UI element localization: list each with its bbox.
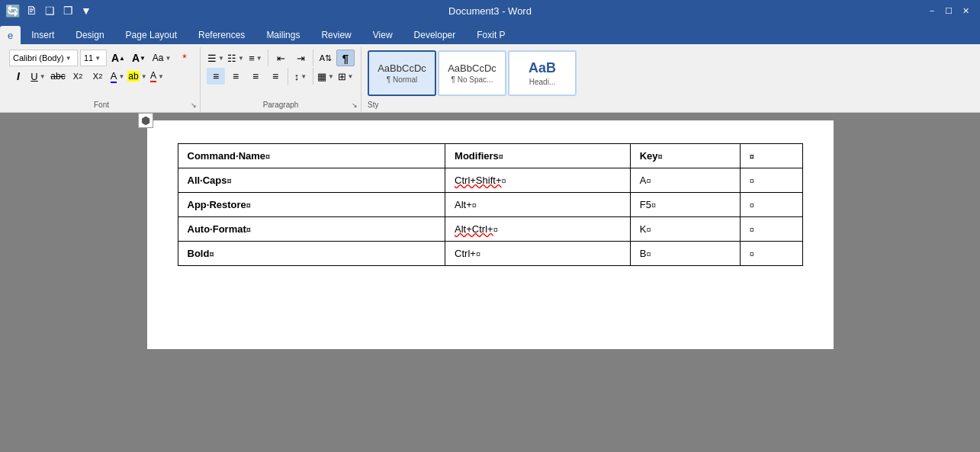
ribbon-content: Calibri (Body) ▼ 11 ▼ A▲ A▼ Aa▼ * I U▼ a… (0, 44, 980, 113)
numbering-btn[interactable]: ☷▼ (227, 50, 245, 66)
bullets-btn[interactable]: ☰▼ (207, 50, 225, 66)
font-color-btn[interactable]: A▼ (108, 68, 127, 85)
font-group-expand[interactable]: ↘ (191, 101, 197, 109)
table-row: Auto·Format¤ Alt+Ctrl+¤ K¤ ¤ (178, 217, 802, 242)
word-logo-icon: 🔄 (6, 4, 20, 18)
header-modifiers: Modifiers¤ (445, 144, 631, 168)
table-row: Bold¤ Ctrl+¤ B¤ ¤ (178, 242, 802, 266)
key-bold: B¤ (630, 242, 740, 266)
table-move-handle[interactable]: ⬢ (138, 113, 153, 128)
styles-group-label: Sty (368, 101, 977, 109)
document-area: ⬢ Command·Name¤ Modifiers¤ Key¤ ¤ All·Ca… (0, 113, 980, 452)
document-page: ⬢ Command·Name¤ Modifiers¤ Key¤ ¤ All·Ca… (147, 120, 834, 349)
justify-btn[interactable]: ≡ (266, 68, 284, 85)
font-size-arrow: ▼ (95, 55, 101, 62)
bold-btn[interactable]: I (9, 68, 27, 85)
show-hide-btn[interactable]: ¶ (336, 50, 355, 66)
table-row: App·Restore¤ Alt+¤ F5¤ ¤ (178, 193, 802, 217)
style-heading[interactable]: AaB Headi... (508, 50, 577, 96)
paragraph-controls: ☰▼ ☷▼ ≡▼ ⇤ ⇥ A⇅ ¶ ≡ ≡ ≡ ≡ (207, 50, 355, 85)
cmd-bold: Bold¤ (178, 242, 445, 266)
para-row2: ≡ ≡ ≡ ≡ ↕▼ ▦▼ ⊞▼ (207, 68, 355, 85)
sort-btn[interactable]: A⇅ (316, 50, 335, 66)
cmd-apprestore: App·Restore¤ (178, 193, 445, 217)
header-extra: ¤ (740, 144, 802, 168)
tab-pagelayout[interactable]: Page Layout (115, 26, 188, 44)
style-no-spacing[interactable]: AaBbCcDc ¶ No Spac... (438, 50, 506, 96)
increase-indent-btn[interactable]: ⇥ (291, 50, 310, 66)
font-group: Calibri (Body) ▼ 11 ▼ A▲ A▼ Aa▼ * I U▼ a… (3, 47, 201, 112)
para-row1: ☰▼ ☷▼ ≡▼ ⇤ ⇥ A⇅ ¶ (207, 50, 355, 66)
maximize-btn[interactable]: ☐ (940, 3, 957, 18)
paragraph-group: ☰▼ ☷▼ ≡▼ ⇤ ⇥ A⇅ ¶ ≡ ≡ ≡ ≡ (201, 47, 361, 112)
align-center-btn[interactable]: ≡ (227, 68, 245, 85)
save-icon[interactable]: 🖹 (24, 4, 38, 18)
style-normal-preview: AaBbCcDc (378, 63, 426, 75)
extra-autoformat: ¤ (740, 217, 802, 242)
shading-btn[interactable]: A▼ (148, 68, 166, 85)
font-group-label: Font (3, 101, 200, 109)
clear-formatting-btn[interactable]: * (175, 50, 194, 66)
table-header-row: Command·Name¤ Modifiers¤ Key¤ ¤ (178, 144, 802, 168)
mod-apprestore: Alt+¤ (445, 193, 631, 217)
tab-mailings[interactable]: Mailings (255, 26, 310, 44)
align-left-btn[interactable]: ≡ (207, 68, 225, 85)
quick-access-toolbar: 🔄 🖹 ❑ ❒ ▼ (6, 4, 93, 18)
line-spacing-btn[interactable]: ↕▼ (291, 68, 310, 85)
table-row: All·Caps¤ Ctrl+Shift+¤ A¤ ¤ (178, 168, 802, 193)
paragraph-group-expand[interactable]: ↘ (352, 101, 358, 109)
customize-qat-icon[interactable]: ▼ (79, 4, 93, 18)
style-heading-name: Headi... (529, 78, 555, 86)
extra-bold: ¤ (740, 242, 802, 266)
undo-icon[interactable]: ❑ (43, 4, 56, 18)
keyboard-shortcuts-table: Command·Name¤ Modifiers¤ Key¤ ¤ All·Caps… (178, 143, 803, 266)
mod-bold: Ctrl+¤ (445, 242, 631, 266)
window-title: Document3 - Word (448, 5, 532, 17)
tab-references[interactable]: References (188, 26, 255, 44)
key-allcaps: A¤ (630, 168, 740, 193)
superscript-btn[interactable]: X2 (88, 68, 107, 85)
font-size-selector[interactable]: 11 ▼ (80, 50, 107, 66)
minimize-btn[interactable]: − (924, 3, 940, 18)
tab-home[interactable]: e (0, 26, 21, 44)
tab-developer[interactable]: Developer (403, 26, 467, 44)
font-style-row: I U▼ abc X2 X2 A▼ ab▼ A▼ (9, 68, 166, 85)
key-apprestore: F5¤ (630, 193, 740, 217)
change-case-btn[interactable]: Aa▼ (150, 50, 173, 66)
style-normal[interactable]: AaBbCcDc ¶ Normal (368, 50, 436, 96)
font-grow-btn[interactable]: A▲ (109, 50, 127, 66)
header-command: Command·Name¤ (178, 144, 445, 168)
font-family-value: Calibri (Body) (13, 53, 64, 63)
redo-icon[interactable]: ❒ (61, 4, 75, 18)
tab-view[interactable]: View (362, 26, 403, 44)
title-bar: 🔄 🖹 ❑ ❒ ▼ Document3 - Word − ☐ ✕ (0, 0, 980, 21)
style-normal-name: ¶ Normal (387, 75, 417, 84)
header-key: Key¤ (630, 144, 740, 168)
cmd-allcaps: All·Caps¤ (178, 168, 445, 193)
tab-insert[interactable]: Insert (21, 26, 65, 44)
underline-btn[interactable]: U▼ (29, 68, 47, 85)
styles-group: AaBbCcDc ¶ Normal AaBbCcDc ¶ No Spac... … (361, 47, 977, 112)
ribbon-tabs: e Insert Design Page Layout References M… (0, 21, 980, 44)
style-heading-preview: AaB (529, 60, 556, 77)
style-nospace-preview: AaBbCcDc (448, 63, 496, 75)
style-nospace-name: ¶ No Spac... (451, 75, 493, 84)
paragraph-group-label: Paragraph (201, 101, 361, 109)
font-size-value: 11 (84, 53, 93, 63)
align-right-btn[interactable]: ≡ (246, 68, 265, 85)
tab-foxit[interactable]: Foxit P (466, 26, 516, 44)
multilevel-btn[interactable]: ≡▼ (246, 50, 265, 66)
font-shrink-btn[interactable]: A▼ (130, 50, 148, 66)
borders-btn[interactable]: ⊞▼ (336, 68, 355, 85)
close-btn[interactable]: ✕ (957, 3, 974, 18)
tab-review[interactable]: Review (310, 26, 361, 44)
subscript-btn[interactable]: X2 (69, 68, 87, 85)
highlight-btn[interactable]: ab▼ (128, 68, 146, 85)
tab-design[interactable]: Design (65, 26, 114, 44)
strikethrough-btn[interactable]: abc (49, 68, 67, 85)
font-family-arrow: ▼ (66, 55, 72, 62)
mod-allcaps: Ctrl+Shift+¤ (445, 168, 631, 193)
shading-para-btn[interactable]: ▦▼ (316, 68, 335, 85)
font-family-selector[interactable]: Calibri (Body) ▼ (9, 50, 78, 66)
decrease-indent-btn[interactable]: ⇤ (272, 50, 290, 66)
